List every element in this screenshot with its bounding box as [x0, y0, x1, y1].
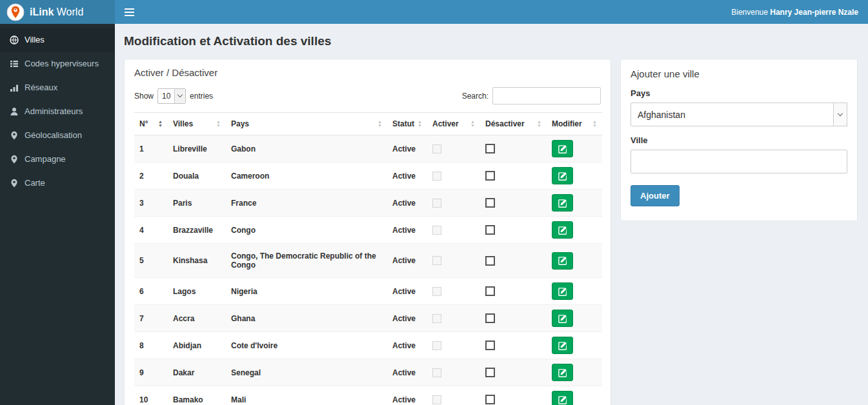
- pays-select[interactable]: Afghanistan: [631, 103, 847, 126]
- villes-table: N°▲▼ Villes▲▼ Pays▲▼ Statut▲▼ Activer▲▼ …: [134, 112, 602, 405]
- row-number: 9: [134, 359, 168, 386]
- activer-checkbox: [432, 226, 441, 235]
- ville-input[interactable]: [631, 150, 847, 173]
- activer-checkbox: [432, 341, 441, 350]
- desactiver-checkbox[interactable]: [485, 368, 495, 377]
- sidebar-toggle-button[interactable]: [115, 0, 144, 24]
- row-pays: France: [226, 190, 387, 217]
- sidebar-item-administrateurs[interactable]: Administrateurs: [0, 99, 115, 123]
- desactiver-checkbox[interactable]: [485, 256, 495, 266]
- top-navbar: iLink World Bienvenue Hanry Jean-pierre …: [0, 0, 868, 24]
- desactiver-checkbox[interactable]: [485, 198, 495, 208]
- edit-button[interactable]: [552, 391, 573, 405]
- column-header-activer[interactable]: Activer▲▼: [427, 113, 480, 135]
- table-row: 6LagosNigeriaActive: [134, 278, 602, 305]
- brand-name: iLink World: [30, 6, 83, 18]
- sidebar-item-label: Codes hyperviseurs: [25, 59, 99, 68]
- bar-chart-icon: [10, 83, 19, 92]
- sidebar-item-villes[interactable]: Villes: [0, 28, 115, 52]
- edit-button[interactable]: [552, 364, 573, 381]
- table-body: 1LibrevilleGabonActive2DoualaCameroonAct…: [134, 135, 602, 405]
- edit-pencil-icon: [558, 314, 567, 323]
- search-input[interactable]: [492, 87, 601, 104]
- sidebar-item-campagne[interactable]: Campagne: [0, 147, 115, 171]
- page-length-select[interactable]: 10: [157, 88, 186, 104]
- ajouter-button[interactable]: Ajouter: [631, 185, 680, 206]
- row-statut: Active: [387, 278, 427, 305]
- sort-icon: ▲▼: [470, 120, 475, 128]
- desactiver-checkbox[interactable]: [485, 144, 495, 153]
- row-pays: Mali: [226, 386, 387, 405]
- desactiver-checkbox[interactable]: [485, 313, 495, 323]
- page-title: Modification et Activation des villes: [124, 34, 859, 48]
- row-number: 6: [134, 278, 168, 305]
- welcome-user[interactable]: Bienvenue Hanry Jean-pierre Nzale: [731, 8, 868, 17]
- edit-button[interactable]: [552, 221, 573, 239]
- row-statut: Active: [387, 386, 427, 405]
- row-ville: Accra: [168, 305, 226, 332]
- desactiver-checkbox[interactable]: [485, 395, 495, 404]
- add-city-panel: Ajouter une ville Pays Afghanistan Ville…: [620, 59, 858, 221]
- row-ville: Dakar: [168, 359, 226, 386]
- table-row: 2DoualaCameroonActive: [134, 163, 602, 190]
- desactiver-checkbox[interactable]: [485, 225, 495, 235]
- sidebar-item-codes-hyperviseurs[interactable]: Codes hyperviseurs: [0, 52, 115, 75]
- map-marker-icon: [10, 179, 19, 188]
- row-pays: Cameroon: [226, 163, 387, 190]
- edit-button[interactable]: [552, 194, 573, 212]
- column-header-desactiver[interactable]: Désactiver▲▼: [480, 113, 547, 135]
- row-ville: Paris: [168, 190, 226, 217]
- row-pays: Senegal: [226, 359, 387, 386]
- desactiver-checkbox[interactable]: [485, 171, 495, 181]
- row-ville: Douala: [168, 163, 226, 190]
- column-header-pays[interactable]: Pays▲▼: [226, 113, 387, 135]
- table-header-row: N°▲▼ Villes▲▼ Pays▲▼ Statut▲▼ Activer▲▼ …: [134, 113, 602, 135]
- sidebar-item-carte[interactable]: Carte: [0, 171, 115, 195]
- table-row: 4BrazzavilleCongoActive: [134, 217, 602, 244]
- sidebar-item-reseaux[interactable]: Réseaux: [0, 75, 115, 99]
- edit-button[interactable]: [552, 337, 573, 354]
- column-header-modifier[interactable]: Modifier▲▼: [547, 113, 602, 135]
- row-number: 8: [134, 332, 168, 359]
- main-content: Modification et Activation des villes Ac…: [115, 24, 868, 405]
- row-ville: Lagos: [168, 278, 226, 305]
- navbar: Bienvenue Hanry Jean-pierre Nzale: [115, 0, 868, 24]
- table-row: 1LibrevilleGabonActive: [134, 135, 602, 163]
- column-header-statut[interactable]: Statut▲▼: [387, 113, 427, 135]
- brand-logo-area[interactable]: iLink World: [0, 0, 115, 24]
- row-pays: Congo: [226, 217, 387, 244]
- sidebar-item-label: Géolocalisation: [25, 130, 82, 140]
- row-ville: Kinshasa: [168, 244, 226, 278]
- activer-checkbox: [432, 172, 441, 181]
- edit-button[interactable]: [552, 310, 573, 327]
- column-header-villes[interactable]: Villes▲▼: [168, 113, 226, 135]
- edit-pencil-icon: [558, 395, 567, 404]
- edit-button[interactable]: [552, 167, 573, 184]
- row-number: 5: [134, 244, 168, 278]
- sort-icon: ▲▼: [378, 120, 382, 128]
- sidebar: Villes Codes hyperviseurs Réseaux: [0, 24, 115, 405]
- edit-pencil-icon: [558, 287, 567, 296]
- edit-button[interactable]: [552, 252, 573, 270]
- row-statut: Active: [387, 244, 427, 278]
- desactiver-checkbox[interactable]: [485, 286, 495, 296]
- edit-pencil-icon: [558, 256, 567, 265]
- table-row: 7AccraGhanaActive: [134, 305, 602, 332]
- edit-pencil-icon: [558, 341, 567, 350]
- table-row: 8AbidjanCote d'IvoireActive: [134, 332, 602, 359]
- row-pays: Congo, The Democratic Republic of the Co…: [226, 244, 387, 278]
- row-statut: Active: [387, 305, 427, 332]
- datatable-controls: Show 10 entries Search:: [134, 87, 601, 104]
- sidebar-item-geolocalisation[interactable]: Géolocalisation: [0, 123, 115, 147]
- edit-button[interactable]: [552, 140, 573, 157]
- row-number: 10: [134, 386, 168, 405]
- row-number: 4: [134, 217, 168, 244]
- column-header-num[interactable]: N°▲▼: [134, 113, 168, 135]
- map-marker-icon: [10, 131, 19, 140]
- edit-pencil-icon: [558, 368, 567, 377]
- desactiver-checkbox[interactable]: [485, 341, 495, 350]
- search-label: Search:: [462, 92, 489, 101]
- row-statut: Active: [387, 217, 427, 244]
- edit-button[interactable]: [552, 282, 573, 300]
- row-number: 2: [134, 163, 168, 190]
